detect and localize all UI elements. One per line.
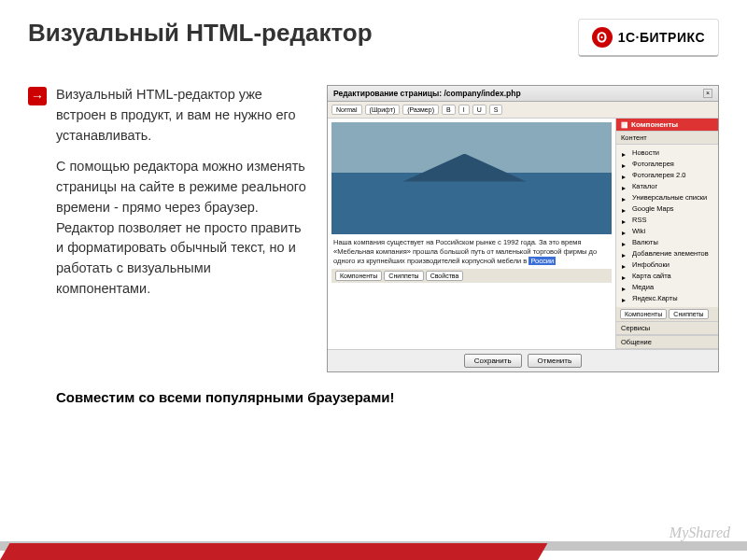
tree-item[interactable]: ▸Фотогалерея [622, 159, 712, 170]
brand-logo: ʘ 1С·БИТРИКС [578, 19, 719, 57]
tree-item[interactable]: ▸Карта сайта [622, 271, 712, 282]
tree-item[interactable]: ▸RSS [622, 215, 712, 226]
cancel-button[interactable]: Отменить [528, 354, 583, 368]
folder-icon: ▸ [622, 295, 629, 302]
close-icon[interactable]: × [703, 89, 712, 98]
tree-item[interactable]: ▸Универсальные списки [622, 192, 712, 203]
selected-text: России [529, 257, 556, 265]
tree-item[interactable]: ▸Яндекс.Карты [622, 293, 712, 304]
description-text: Визуальный HTML-редактор уже встроен в п… [56, 85, 308, 300]
folder-icon: ▸ [622, 217, 629, 224]
style-select[interactable]: Normal [331, 105, 362, 115]
window-title: Редактирование страницы: /company/index.… [333, 89, 521, 98]
save-button[interactable]: Сохранить [464, 354, 522, 368]
page-title: Визуальный HTML-редактор [28, 19, 373, 48]
folder-icon: ▸ [622, 273, 629, 280]
folder-icon: ▸ [622, 194, 629, 202]
components-panel: ▦Компоненты Контент ▸Новости▸Фотогалерея… [615, 119, 718, 349]
tree-item[interactable]: ▸Медиа [622, 282, 712, 293]
footer-decoration [0, 539, 747, 560]
folder-icon: ▸ [622, 205, 629, 213]
side-tab-components[interactable]: Компоненты [620, 309, 667, 319]
logo-icon: ʘ [592, 27, 613, 48]
tree-item[interactable]: ▸Инфоблоки [622, 259, 712, 271]
folder-icon: ▸ [622, 183, 629, 190]
folder-icon: ▸ [622, 228, 629, 235]
panel-section-social[interactable]: Общение [616, 335, 718, 349]
arrow-icon: → [28, 87, 47, 105]
tab-properties[interactable]: Свойства [426, 271, 464, 281]
tree-item[interactable]: ▸Добавление элементов [622, 248, 712, 259]
folder-icon: ▸ [622, 161, 629, 168]
panel-header: ▦Компоненты [616, 119, 718, 131]
panel-section-services[interactable]: Сервисы [616, 321, 718, 335]
strike-button[interactable]: S [489, 105, 503, 115]
footnote-text: Совместим со всеми популярными браузерам… [0, 372, 747, 405]
folder-icon: ▸ [622, 172, 629, 179]
editor-screenshot: Редактирование страницы: /company/index.… [327, 85, 719, 372]
content-image [331, 122, 612, 234]
folder-icon: ▸ [622, 261, 629, 269]
panel-section-content[interactable]: Контент [616, 131, 718, 145]
underline-button[interactable]: U [472, 105, 486, 115]
tab-components[interactable]: Компоненты [335, 271, 382, 281]
logo-text: 1С·БИТРИКС [618, 30, 705, 45]
side-tab-snippets[interactable]: Сниппеты [669, 309, 708, 319]
content-text[interactable]: Наша компания существует на Российском р… [331, 234, 612, 269]
italic-button[interactable]: I [458, 105, 470, 115]
tab-snippets[interactable]: Сниппеты [384, 271, 423, 281]
component-tree: ▸Новости▸Фотогалерея▸Фотогалерея 2.0▸Кат… [616, 145, 718, 307]
tree-item[interactable]: ▸Каталог [622, 181, 712, 192]
tree-item[interactable]: ▸Валюты [622, 237, 712, 248]
size-select[interactable]: (Размер) [402, 105, 439, 115]
folder-icon: ▸ [622, 284, 629, 291]
tree-item[interactable]: ▸Фотогалерея 2.0 [622, 170, 712, 181]
tree-item[interactable]: ▸Новости [622, 147, 712, 159]
folder-icon: ▸ [622, 149, 629, 157]
editor-toolbar: Normal (Шрифт) (Размер) B I U S [328, 102, 718, 119]
folder-icon: ▸ [622, 250, 629, 258]
folder-icon: ▸ [622, 239, 629, 246]
font-select[interactable]: (Шрифт) [365, 105, 401, 115]
watermark: MyShared [669, 525, 730, 541]
tree-item[interactable]: ▸Google Maps [622, 203, 712, 215]
tree-item[interactable]: ▸Wiki [622, 226, 712, 237]
bold-button[interactable]: B [442, 105, 456, 115]
